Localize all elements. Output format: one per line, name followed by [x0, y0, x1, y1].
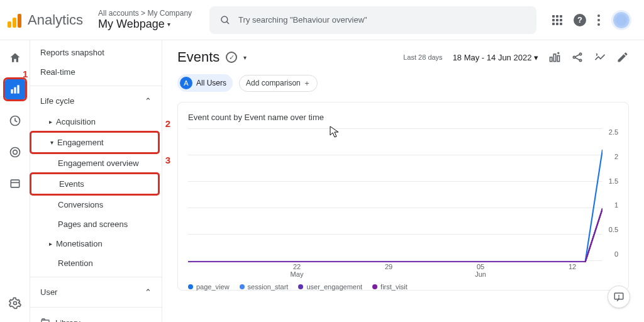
- sidebar-library[interactable]: Library: [30, 311, 162, 322]
- sidebar-item-conversions[interactable]: Conversions: [30, 195, 162, 214]
- line-chart: [188, 128, 602, 262]
- logo[interactable]: Analytics: [8, 12, 83, 28]
- date-range-picker[interactable]: 18 May - 14 Jun 2022 ▾: [453, 53, 538, 62]
- svg-point-22: [619, 298, 619, 299]
- search-icon: [219, 14, 231, 26]
- insights-icon[interactable]: [594, 51, 606, 64]
- rail-reports[interactable]: [5, 79, 25, 99]
- svg-point-17: [579, 59, 581, 61]
- page-title: Events: [177, 49, 219, 65]
- page-header: Events ✓ ▾ Last 28 days 18 May - 14 Jun …: [162, 40, 644, 72]
- annotation-3: 3: [165, 155, 170, 165]
- annotation-2: 2: [165, 118, 170, 129]
- rail-explore[interactable]: [5, 111, 25, 131]
- nav-rail: 1: [0, 40, 30, 322]
- sidebar-item-acquisition[interactable]: ▸Acquisition: [30, 112, 162, 131]
- chart-area[interactable]: 2.521.510.50: [188, 128, 618, 260]
- legend-item[interactable]: first_visit: [372, 283, 408, 291]
- add-comparison-button[interactable]: Add comparison＋: [239, 75, 318, 92]
- chart-legend: page_viewsession_startuser_engagementfir…: [188, 283, 618, 291]
- toolbar: [548, 51, 629, 64]
- chevron-up-icon: ⌃: [145, 287, 152, 297]
- svg-point-0: [221, 16, 228, 23]
- annotation-1: 1: [23, 69, 28, 79]
- edit-icon[interactable]: [616, 51, 629, 64]
- segment-chip-all-users[interactable]: A All Users: [177, 74, 233, 92]
- brand-name: Analytics: [28, 12, 83, 28]
- chart-card: Event count by Event name over time 2.52…: [177, 102, 629, 291]
- sidebar-item-events[interactable]: Events: [31, 174, 158, 194]
- sidebar-lifecycle-label: Life cycle: [40, 96, 74, 106]
- share-icon[interactable]: [571, 51, 584, 64]
- sidebar-snapshot[interactable]: Reports snapshot: [30, 43, 162, 62]
- chart-title: Event count by Event name over time: [188, 113, 618, 122]
- date-label: Last 28 days: [403, 53, 442, 61]
- chip-avatar-icon: A: [180, 77, 192, 89]
- sidebar-item-monetisation[interactable]: ▸Monetisation: [30, 234, 162, 253]
- sidebar: Reports snapshot Real-time Life cycle ⌃ …: [30, 40, 162, 322]
- svg-rect-2: [11, 89, 13, 94]
- rail-configure[interactable]: [5, 174, 25, 194]
- apps-icon[interactable]: [552, 15, 562, 25]
- help-icon[interactable]: ?: [574, 14, 586, 26]
- caret-right-icon: ▸: [49, 240, 52, 247]
- legend-item[interactable]: user_engagement: [298, 283, 362, 291]
- caret-down-icon: ▾: [50, 139, 53, 146]
- legend-item[interactable]: session_start: [240, 283, 289, 291]
- chevron-down-icon: ▾: [167, 21, 170, 28]
- caret-right-icon: ▸: [49, 118, 52, 125]
- svg-point-10: [13, 302, 16, 305]
- svg-rect-8: [11, 180, 19, 187]
- svg-line-18: [575, 55, 580, 57]
- cursor-icon: [330, 126, 340, 138]
- topbar: Analytics All accounts > My Company My W…: [0, 0, 644, 40]
- svg-point-16: [579, 53, 581, 55]
- legend-item[interactable]: page_view: [188, 283, 230, 291]
- sidebar-lifecycle-header[interactable]: Life cycle ⌃: [30, 90, 162, 112]
- svg-rect-13: [553, 54, 555, 62]
- y-axis-labels: 2.521.510.50: [609, 128, 618, 260]
- plus-icon: ＋: [303, 78, 311, 89]
- svg-line-1: [227, 21, 229, 23]
- property-name: My Webpage ▾: [98, 18, 192, 31]
- svg-rect-4: [17, 85, 19, 93]
- svg-rect-12: [550, 57, 552, 62]
- rail-admin[interactable]: [5, 293, 25, 313]
- sidebar-item-engagement[interactable]: ▾Engagement: [31, 133, 158, 152]
- more-menu-icon[interactable]: [597, 14, 600, 26]
- topbar-actions: ?: [552, 10, 631, 30]
- svg-point-6: [10, 148, 19, 157]
- comparison-row: A All Users Add comparison＋: [162, 72, 644, 102]
- chip-label: All Users: [196, 79, 230, 87]
- x-axis-labels: 22May2905Jun12: [188, 263, 618, 278]
- sidebar-item-engagement-overview[interactable]: Engagement overview: [30, 153, 162, 173]
- sidebar-item-pages[interactable]: Pages and screens: [30, 214, 162, 234]
- rail-advertising[interactable]: [5, 142, 25, 162]
- search-input[interactable]: Try searching "Behaviour overview": [209, 6, 536, 34]
- main-content: Events ✓ ▾ Last 28 days 18 May - 14 Jun …: [162, 40, 644, 322]
- svg-line-19: [575, 58, 580, 60]
- folder-icon: [40, 318, 50, 322]
- status-check-icon[interactable]: ✓: [226, 52, 237, 63]
- avatar[interactable]: [611, 10, 631, 30]
- sidebar-user-header[interactable]: User ⌃: [30, 281, 162, 303]
- sidebar-realtime[interactable]: Real-time: [30, 62, 162, 82]
- search-placeholder: Try searching "Behaviour overview": [238, 15, 367, 25]
- chevron-up-icon: ⌃: [145, 96, 152, 106]
- annotation-box-3: Events: [31, 174, 158, 194]
- customize-icon[interactable]: [548, 51, 561, 64]
- svg-point-15: [573, 56, 575, 58]
- svg-rect-14: [557, 56, 559, 62]
- analytics-logo-icon: [8, 13, 23, 28]
- sidebar-item-retention[interactable]: Retention: [30, 253, 162, 273]
- feedback-button[interactable]: [608, 286, 630, 308]
- rail-home[interactable]: [5, 48, 25, 68]
- sidebar-user-label: User: [40, 287, 57, 297]
- svg-point-7: [13, 150, 17, 155]
- breadcrumb: All accounts > My Company: [98, 9, 192, 18]
- svg-rect-3: [14, 87, 16, 94]
- account-selector[interactable]: All accounts > My Company My Webpage ▾: [98, 9, 192, 31]
- chevron-down-icon[interactable]: ▾: [243, 54, 247, 61]
